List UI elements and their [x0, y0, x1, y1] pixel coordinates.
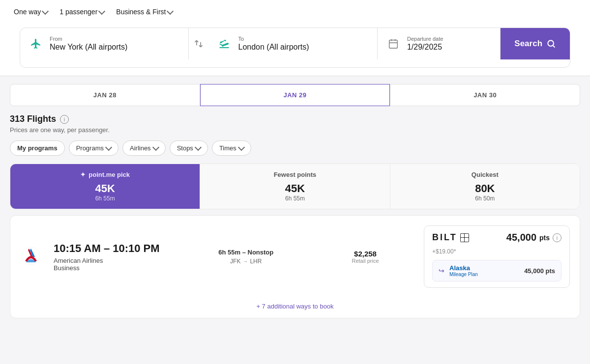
chevron-down-icon [42, 7, 49, 14]
points-card-header: BILT 45,000 pts i [432, 232, 561, 243]
search-button-label: Search [514, 39, 542, 49]
filter-stops[interactable]: Stops [170, 140, 208, 156]
points-number: 45,000 [506, 232, 536, 243]
filter-programs[interactable]: Programs [69, 140, 118, 156]
chevron-down-icon [238, 144, 245, 151]
points-sub: +$19.00* [432, 248, 561, 255]
airline-logo [20, 245, 44, 268]
date-tab-jan28[interactable]: JAN 28 [10, 84, 200, 106]
sort-tab-fewest-sub: 6h 55m [208, 195, 382, 202]
date-field[interactable]: Departure date 1/29/2025 [378, 28, 501, 59]
sort-tab-fewest-value: 45K [208, 182, 382, 195]
program-points: 45,000 pts [524, 267, 555, 275]
to-airport-icon [216, 36, 232, 52]
sort-tabs: ✦ point.me pick 45K 6h 55m Fewest points… [10, 164, 580, 209]
search-icon [546, 39, 556, 49]
sort-tab-pointme-value: 45K [18, 182, 192, 195]
results-header: 313 Flights i [10, 114, 580, 124]
points-amount: 45,000 pts i [506, 232, 561, 243]
calendar-icon [385, 36, 401, 52]
results-count: 313 Flights [10, 114, 56, 124]
svg-rect-0 [389, 40, 398, 49]
filter-my-programs[interactable]: My programs [10, 140, 65, 156]
results-subtitle: Prices are one way, per passenger. [10, 126, 580, 134]
chevron-down-icon [152, 144, 159, 151]
sort-tab-pointme-sub: 6h 55m [18, 195, 192, 202]
chevron-down-icon [98, 7, 105, 14]
chevron-down-icon [105, 144, 112, 151]
points-info-icon[interactable]: i [553, 233, 561, 242]
flight-times: 10:15 AM – 10:10 PM American Airlines Bu… [54, 242, 176, 272]
swap-button[interactable] [189, 34, 208, 54]
chevron-down-icon [195, 144, 202, 151]
from-field[interactable]: From New York (All airports) [20, 28, 189, 59]
transfer-arrow-icon: ↪ [439, 267, 444, 275]
from-value: New York (All airports) [50, 43, 180, 52]
sort-tab-pointme[interactable]: ✦ point.me pick 45K 6h 55m [10, 164, 200, 209]
trip-type-label: One way [14, 8, 41, 16]
route-from: JFK [230, 258, 240, 265]
from-airport-icon [28, 36, 44, 52]
flight-route: JFK → LHR [185, 258, 307, 265]
sort-tab-fewest[interactable]: Fewest points 45K 6h 55m [200, 164, 390, 209]
pts-label: pts [539, 234, 550, 242]
svg-point-1 [548, 40, 554, 46]
results-info-icon[interactable]: i [60, 115, 69, 124]
filter-times[interactable]: Times [212, 140, 251, 156]
date-label: Departure date [407, 36, 492, 42]
search-button[interactable]: Search [501, 28, 570, 59]
date-tab-jan30[interactable]: JAN 30 [390, 84, 580, 106]
sort-tab-fewest-header: Fewest points [208, 171, 382, 178]
route-to: LHR [250, 258, 262, 265]
alaska-program-row[interactable]: ↪ Alaska Mileage Plan 45,000 pts [432, 260, 561, 281]
additional-ways-link[interactable]: + 7 additional ways to book [10, 298, 580, 318]
cabin-button[interactable]: Business & First [112, 6, 177, 18]
date-selector: JAN 28 JAN 29 JAN 30 [0, 76, 590, 114]
passengers-label: 1 passenger [59, 8, 97, 16]
sort-tabs-card: ✦ point.me pick 45K 6h 55m Fewest points… [10, 164, 580, 209]
flight-card-inner: 10:15 AM – 10:10 PM American Airlines Bu… [10, 216, 580, 298]
trip-type-button[interactable]: One way [10, 6, 52, 18]
flight-cabin: Business [54, 264, 176, 272]
filters-bar: My programs Programs Airlines Stops Time… [10, 140, 580, 156]
sort-tab-quickest-value: 80K [398, 182, 572, 195]
to-value: London (All airports) [238, 43, 369, 52]
date-value: 1/29/2025 [407, 43, 492, 52]
sort-tab-quickest-sub: 6h 50m [398, 195, 572, 202]
date-field-text: Departure date 1/29/2025 [407, 36, 492, 52]
flight-time-range: 10:15 AM – 10:10 PM [54, 242, 176, 255]
from-field-text: From New York (All airports) [50, 36, 180, 52]
retail-price: $2,258 [317, 250, 414, 258]
pointme-star-icon: ✦ [80, 171, 86, 178]
bilt-label: BILT [432, 232, 457, 243]
points-card[interactable]: BILT 45,000 pts i [424, 225, 570, 288]
sort-tab-quickest-header: Quickest [398, 171, 572, 178]
sort-tab-pointme-header: ✦ point.me pick [18, 171, 192, 178]
filter-airlines[interactable]: Airlines [122, 140, 166, 156]
passengers-button[interactable]: 1 passenger [56, 6, 108, 18]
sort-tab-quickest[interactable]: Quickest 80K 6h 50m [390, 164, 580, 209]
flight-result-card[interactable]: 10:15 AM – 10:10 PM American Airlines Bu… [10, 215, 580, 318]
alaska-mileage-plan-logo: Alaska Mileage Plan [449, 264, 478, 277]
flight-details: 6h 55m – Nonstop JFK → LHR [185, 249, 307, 265]
airline-name: American Airlines [54, 257, 176, 264]
to-field[interactable]: To London (All airports) [208, 28, 377, 59]
flight-price: $2,258 Retail price [317, 250, 414, 264]
cabin-label: Business & First [116, 8, 166, 16]
from-label: From [50, 36, 180, 42]
bilt-logo: BILT [432, 232, 469, 243]
bilt-grid-icon [460, 233, 469, 242]
retail-label: Retail price [317, 258, 414, 264]
chevron-down-icon [167, 7, 174, 14]
points-section: BILT 45,000 pts i [424, 225, 570, 288]
route-arrow-icon: → [242, 258, 248, 264]
flight-duration: 6h 55m – Nonstop [185, 249, 307, 256]
date-tab-jan29[interactable]: JAN 29 [200, 84, 390, 106]
to-field-text: To London (All airports) [238, 36, 369, 52]
to-label: To [238, 36, 369, 42]
